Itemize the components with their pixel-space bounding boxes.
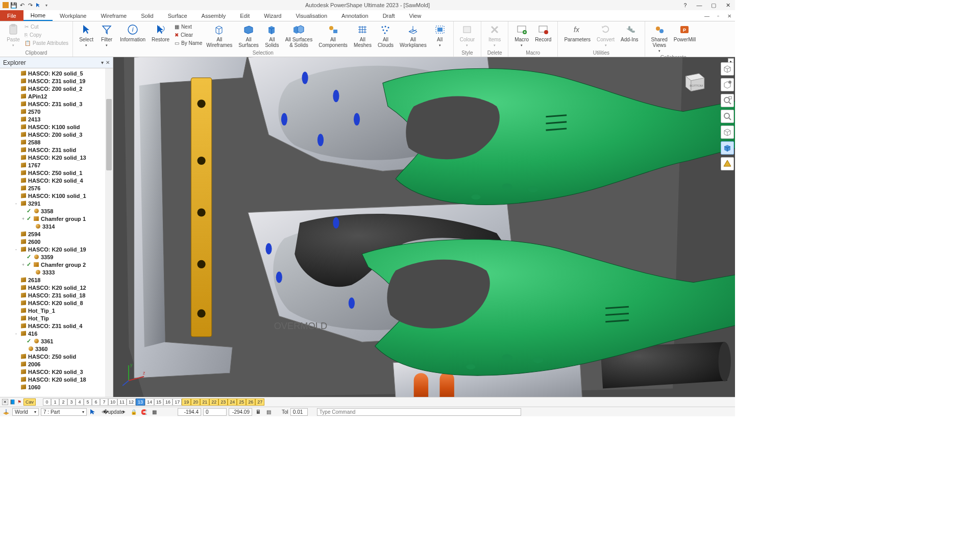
- level-0[interactable]: 0: [43, 398, 51, 406]
- tree-item[interactable]: 2594: [2, 230, 113, 238]
- cursor-mode-icon[interactable]: [89, 408, 97, 416]
- keypad-icon[interactable]: ▤: [264, 408, 273, 416]
- level-close-icon[interactable]: ✕: [2, 399, 8, 405]
- level-12[interactable]: 12: [127, 398, 136, 406]
- level-25[interactable]: 25: [237, 398, 246, 406]
- workplane-icon[interactable]: [2, 408, 10, 416]
- powermill-button[interactable]: PPowerMill: [671, 22, 699, 43]
- byname-button[interactable]: ▭By Name: [174, 39, 203, 47]
- doc-close-icon[interactable]: ✕: [724, 10, 735, 21]
- tree-item[interactable]: Hot_Tip_1: [2, 307, 113, 314]
- view-gold-icon[interactable]: [721, 157, 734, 170]
- all-surf-solid-button[interactable]: All Surfaces & Solids: [282, 22, 315, 49]
- shared-views-button[interactable]: Shared Views▾: [648, 22, 671, 55]
- level-2[interactable]: 2: [59, 398, 67, 406]
- all-surfaces-button[interactable]: All Surfaces: [235, 22, 261, 49]
- level-6[interactable]: 6: [92, 398, 100, 406]
- tree-item[interactable]: 2413: [2, 115, 113, 123]
- level-10[interactable]: 10: [108, 398, 117, 406]
- world-select[interactable]: World▾: [12, 408, 39, 416]
- command-input[interactable]: [317, 408, 521, 416]
- tree-item[interactable]: ✓3361: [2, 337, 113, 345]
- clear-button[interactable]: ✖Clear: [174, 31, 203, 39]
- delete-items-button[interactable]: Items▾: [484, 22, 505, 49]
- coord-z[interactable]: -294.09: [229, 408, 252, 416]
- doc-maximize-icon[interactable]: ▫: [713, 10, 724, 21]
- close-icon[interactable]: ✕: [721, 0, 735, 10]
- snap-pt-icon[interactable]: �update: [109, 408, 117, 416]
- level-20[interactable]: 20: [191, 398, 200, 406]
- colour-button[interactable]: Colour▾: [457, 22, 478, 49]
- select-button[interactable]: Select▾: [76, 22, 96, 49]
- minimize-icon[interactable]: —: [692, 0, 706, 10]
- file-menu[interactable]: File: [0, 10, 23, 21]
- parameters-button[interactable]: fxParameters: [561, 22, 594, 43]
- level-19[interactable]: 19: [182, 398, 191, 406]
- tree-item[interactable]: -HASCO: K20 solid_19: [2, 245, 113, 253]
- part-select[interactable]: 7 : Part▾: [41, 408, 87, 416]
- tab-home[interactable]: Home: [23, 10, 53, 21]
- tab-view[interactable]: View: [402, 10, 429, 21]
- level-14[interactable]: 14: [145, 398, 154, 406]
- level-flag-icon[interactable]: ⚑: [16, 399, 22, 405]
- qat-dropdown-icon[interactable]: ▾: [43, 2, 50, 9]
- tree-item[interactable]: -416: [2, 330, 113, 337]
- tree-item[interactable]: HASCO: K100 solid_1: [2, 192, 113, 199]
- tree-item[interactable]: HASCO: K20 solid_13: [2, 154, 113, 161]
- tree-item[interactable]: HASCO: Z31 solid: [2, 146, 113, 154]
- explorer-close-icon[interactable]: ✕: [106, 60, 110, 65]
- tree-item[interactable]: 2570: [2, 108, 113, 115]
- level-4[interactable]: 4: [76, 398, 84, 406]
- tree-item[interactable]: 2576: [2, 184, 113, 192]
- tree-item[interactable]: HASCO: Z31 solid_3: [2, 100, 113, 108]
- macro-button[interactable]: Macro▾: [511, 22, 532, 49]
- view-wire-icon[interactable]: [721, 126, 734, 139]
- explorer-tree[interactable]: HASCO: K20 solid_5HASCO: Z31 solid_19HAS…: [0, 68, 113, 397]
- qat-redo-icon[interactable]: ↷: [27, 2, 34, 9]
- tree-item[interactable]: HASCO: K20 solid_5: [2, 69, 113, 77]
- tab-wizard[interactable]: Wizard: [257, 10, 288, 21]
- snap-int-icon[interactable]: ✦: [119, 408, 128, 416]
- tree-item[interactable]: HASCO: Z31 solid_19: [2, 77, 113, 85]
- zoom-fit-icon[interactable]: [721, 94, 734, 107]
- explorer-pin-icon[interactable]: ▾: [101, 60, 104, 65]
- view-cube[interactable]: BOTTOM: [680, 67, 707, 94]
- tab-draft[interactable]: Draft: [376, 10, 402, 21]
- view-shaded-icon[interactable]: [721, 141, 734, 155]
- maximize-icon[interactable]: ▢: [706, 0, 721, 10]
- filter-button[interactable]: Filter▾: [96, 22, 117, 49]
- tree-item[interactable]: 2618: [2, 276, 113, 284]
- tab-wireframe[interactable]: Wireframe: [93, 10, 134, 21]
- qat-cursor-icon[interactable]: [35, 2, 42, 9]
- all-button[interactable]: All▾: [430, 22, 450, 49]
- level-27[interactable]: 27: [255, 398, 264, 406]
- copy-button[interactable]: ⎘Copy: [23, 31, 69, 39]
- tab-surface[interactable]: Surface: [161, 10, 194, 21]
- all-components-button[interactable]: All Components: [315, 22, 351, 49]
- level-book-icon[interactable]: 📘: [9, 399, 15, 405]
- tree-item[interactable]: ✓3358: [2, 207, 113, 215]
- tree-item[interactable]: HASCO: Z00 solid_3: [2, 131, 113, 138]
- tab-annotation[interactable]: Annotation: [334, 10, 376, 21]
- coord-x[interactable]: -194.4: [178, 408, 201, 416]
- view-iso1-icon[interactable]: [721, 62, 734, 76]
- level-7[interactable]: 7: [100, 398, 108, 406]
- all-clouds-button[interactable]: All Clouds: [375, 22, 397, 49]
- all-meshes-button[interactable]: All Meshes: [351, 22, 375, 49]
- all-solids-button[interactable]: All Solids: [262, 22, 282, 49]
- tree-item[interactable]: HASCO: K20 solid_8: [2, 299, 113, 307]
- level-11[interactable]: 11: [117, 398, 127, 406]
- addins-button[interactable]: Add-Ins: [618, 22, 641, 43]
- tree-item[interactable]: HASCO: Z50 solid_1: [2, 169, 113, 177]
- convert-button[interactable]: Convert▾: [594, 22, 618, 49]
- tree-item[interactable]: +✓Chamfer group 2: [2, 261, 113, 268]
- tab-solid[interactable]: Solid: [134, 10, 160, 21]
- tree-item[interactable]: +✓Chamfer group 1: [2, 215, 113, 222]
- tree-item[interactable]: APin12: [2, 92, 113, 100]
- level-1[interactable]: 1: [51, 398, 59, 406]
- view-iso2-icon[interactable]: [721, 78, 734, 91]
- level-cav[interactable]: Cav: [23, 398, 36, 406]
- calc-icon[interactable]: 🖩: [254, 408, 262, 416]
- tab-workplane[interactable]: Workplane: [53, 10, 93, 21]
- tree-item[interactable]: HASCO: K20 solid_12: [2, 284, 113, 291]
